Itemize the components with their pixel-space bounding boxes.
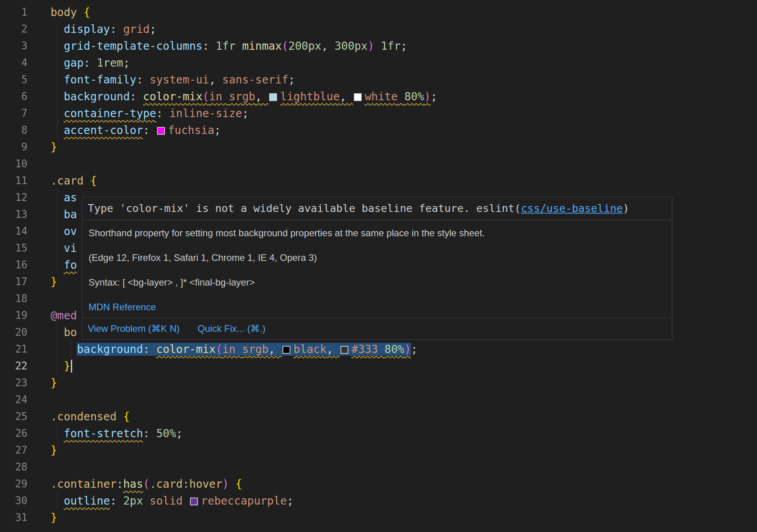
code-line-5[interactable]: 5 font-family: system-ui, sans-serif; [0,71,757,88]
line-number[interactable]: 1 [0,4,27,21]
hover-widget: Type 'color-mix' is not a widely availab… [82,197,672,340]
code-line-24[interactable]: 24 [0,391,757,408]
line-number[interactable]: 22 [0,358,27,375]
code-token: font-family [64,73,136,86]
code-token [77,6,83,19]
code-line-26[interactable]: 26 font-stretch: 50%; [0,425,757,442]
code-line-1[interactable]: 1body { [0,4,757,21]
line-number[interactable]: 21 [0,341,27,358]
line-number[interactable]: 5 [0,71,27,88]
line-number[interactable]: 11 [0,172,27,189]
line-number[interactable]: 7 [0,105,27,122]
code-line-9[interactable]: 9} [0,139,757,156]
code-line-21[interactable]: 21 background: color-mix(in srgb, black,… [0,341,757,358]
line-number[interactable]: 13 [0,206,27,223]
color-swatch[interactable] [157,127,165,135]
code-line-7[interactable]: 7 container-type: inline-size; [0,105,757,122]
color-swatch[interactable] [340,346,348,354]
code-text: body { [51,4,90,21]
line-number[interactable]: 26 [0,425,27,442]
code-token: vi [64,242,77,255]
code-line-29[interactable]: 29.container:has(.card:hover) { [0,476,757,492]
mdn-reference-link[interactable]: MDN Reference [89,302,156,312]
code-token: #333 [340,343,378,356]
line-number[interactable]: 20 [0,324,27,341]
line-number[interactable]: 8 [0,122,27,139]
code-line-22[interactable]: 22 } [0,358,757,375]
code-token: ; [288,73,295,86]
code-token [235,343,242,356]
code-line-27[interactable]: 27} [0,442,757,459]
code-token: 50% [156,427,176,440]
line-number[interactable]: 9 [0,139,27,156]
line-number[interactable]: 6 [0,88,27,105]
code-line-2[interactable]: 2 display: grid; [0,21,757,38]
code-token: outline [64,494,110,507]
code-token: lightblue [268,90,340,103]
code-token [51,225,64,238]
code-line-4[interactable]: 4 gap: 1rem; [0,54,757,71]
code-token: , [326,343,340,356]
code-line-31[interactable]: 31} [0,509,757,526]
line-number[interactable]: 16 [0,257,27,273]
code-token: ba [64,208,77,221]
code-token: ( [216,343,222,356]
code-token: ) [424,90,431,103]
line-number[interactable]: 18 [0,290,27,307]
line-number[interactable]: 30 [0,492,27,509]
code-token: , [340,90,353,103]
code-token: ; [214,124,221,137]
line-number[interactable]: 27 [0,442,27,459]
code-text: .card { [51,172,97,189]
code-line-6[interactable]: 6 background: color-mix(in srgb, lightbl… [0,88,757,105]
code-token [51,259,64,271]
code-token: ) [368,40,374,52]
code-line-30[interactable]: 30 outline: 2px solid rebeccapurple; [0,492,757,509]
line-number[interactable]: 15 [0,240,27,257]
line-number[interactable]: 28 [0,459,27,476]
code-text: } [51,509,57,526]
line-number[interactable]: 29 [0,476,27,492]
code-line-28[interactable]: 28 [0,459,757,476]
code-token: } [51,141,57,154]
line-number[interactable]: 4 [0,54,27,71]
color-swatch[interactable] [283,346,290,354]
view-problem-action[interactable]: View Problem (⌘K N) [88,323,179,335]
line-number[interactable]: 10 [0,156,27,172]
code-text: as [51,189,77,206]
code-token: { [90,174,97,187]
color-swatch[interactable] [269,93,277,101]
code-text: } [51,442,57,459]
eslint-rule-link[interactable]: css/use-baseline [521,202,623,214]
hover-documentation: Shorthand property for setting most back… [82,220,672,318]
code-token: rebeccapurple [189,494,287,507]
line-number[interactable]: 17 [0,273,27,290]
code-line-11[interactable]: 11.card { [0,172,757,189]
code-token: has [123,478,143,490]
line-number[interactable]: 12 [0,189,27,206]
line-number[interactable]: 31 [0,509,27,526]
code-token [51,326,64,339]
code-token [222,90,229,103]
code-line-8[interactable]: 8 accent-color: fuchsia; [0,122,757,139]
code-editor: 1body {2 display: grid;3 grid-template-c… [0,0,757,532]
line-number[interactable]: 14 [0,223,27,240]
color-swatch[interactable] [354,93,362,101]
line-number[interactable]: 25 [0,408,27,425]
code-line-10[interactable]: 10 [0,156,757,172]
color-swatch[interactable] [190,498,198,505]
line-number[interactable]: 19 [0,307,27,324]
code-text: bo [51,324,77,341]
code-line-23[interactable]: 23} [0,375,757,391]
code-line-3[interactable]: 3 grid-template-columns: 1fr minmax(200p… [0,38,757,54]
quick-fix-action[interactable]: Quick Fix... (⌘.) [197,323,265,335]
code-line-25[interactable]: 25.condensed { [0,408,757,425]
line-number[interactable]: 2 [0,21,27,38]
code-token: inline-size [169,107,242,120]
code-token: fuchsia [156,124,214,137]
code-text: @med [51,307,77,324]
line-number[interactable]: 23 [0,375,27,391]
line-number[interactable]: 24 [0,391,27,408]
line-number[interactable]: 3 [0,38,27,54]
code-token: : [203,40,216,52]
